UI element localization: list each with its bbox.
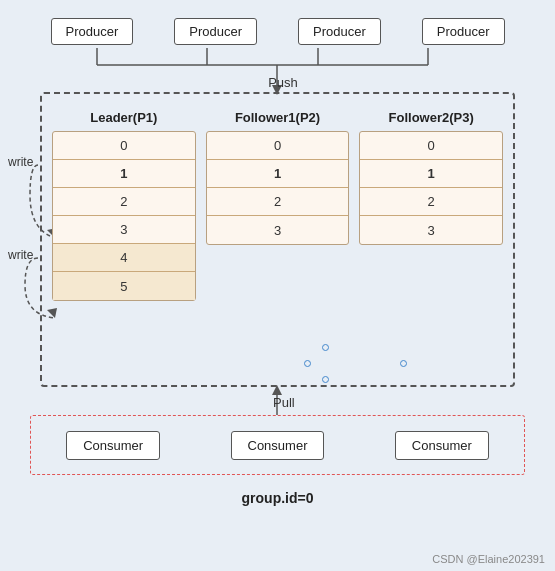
follower1-col: Follower1(P2) 0 1 2 3	[206, 110, 350, 301]
leader-cell-1: 1	[53, 160, 195, 188]
consumer-box: Consumer Consumer Consumer	[30, 415, 525, 475]
follower1-log: 0 1 2 3	[206, 131, 350, 245]
leader-cell-5: 5	[53, 272, 195, 300]
consumer-3: Consumer	[395, 431, 489, 460]
watermark: CSDN @Elaine202391	[432, 553, 545, 565]
leader-log: 0 1 2 3 4 5	[52, 131, 196, 301]
follower1-cell-3: 3	[207, 216, 349, 244]
dot-left	[304, 360, 311, 367]
leader-col: Leader(P1) 0 1 2 3 4 5	[52, 110, 196, 301]
producers-row: Producer Producer Producer Producer	[30, 18, 525, 45]
follower2-cell-2: 2	[360, 188, 502, 216]
consumer-2: Consumer	[231, 431, 325, 460]
follower1-title: Follower1(P2)	[206, 110, 350, 125]
dot-top	[322, 344, 329, 351]
leader-title: Leader(P1)	[52, 110, 196, 125]
group-id-label: group.id=0	[242, 490, 314, 506]
follower1-cell-1: 1	[207, 160, 349, 188]
producer-box-2: Producer	[174, 18, 257, 45]
leader-cell-0: 0	[53, 132, 195, 160]
dot-bottom	[322, 376, 329, 383]
follower2-cell-1: 1	[360, 160, 502, 188]
producer-box-3: Producer	[298, 18, 381, 45]
follower1-cell-2: 2	[207, 188, 349, 216]
follower2-log: 0 1 2 3	[359, 131, 503, 245]
write-label-top: write	[8, 155, 33, 169]
producer-box-1: Producer	[51, 18, 134, 45]
dot-right	[400, 360, 407, 367]
write-label-bottom: write	[8, 248, 33, 262]
consumer-1: Consumer	[66, 431, 160, 460]
leader-cell-2: 2	[53, 188, 195, 216]
follower1-cell-0: 0	[207, 132, 349, 160]
leader-cell-3: 3	[53, 216, 195, 244]
follower2-cell-0: 0	[360, 132, 502, 160]
diagram-container: Producer Producer Producer Producer Push	[0, 0, 555, 571]
columns-area: Leader(P1) 0 1 2 3 4 5 Follower1(P2) 0 1…	[52, 110, 503, 301]
leader-cell-4: 4	[53, 244, 195, 272]
follower2-col: Follower2(P3) 0 1 2 3	[359, 110, 503, 301]
pull-label: Pull	[273, 395, 295, 410]
follower2-title: Follower2(P3)	[359, 110, 503, 125]
producer-box-4: Producer	[422, 18, 505, 45]
follower2-cell-3: 3	[360, 216, 502, 244]
push-label: Push	[268, 75, 298, 90]
topic-test-area: Topic-test	[310, 348, 381, 365]
